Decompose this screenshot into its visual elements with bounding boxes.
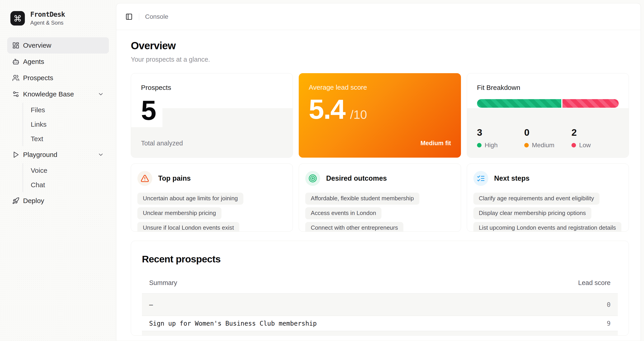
medium-dot-icon bbox=[524, 143, 529, 147]
sidebar-nav: Overview Agents Prospects Knowledge Base bbox=[7, 37, 109, 209]
fit-stat-high: 3 High bbox=[477, 127, 524, 149]
page-content: Overview Your prospects at a glance. Pro… bbox=[116, 30, 640, 336]
chevron-down-icon bbox=[98, 91, 104, 97]
rocket-icon bbox=[12, 197, 20, 204]
sidebar-item-label: Playground bbox=[23, 151, 58, 159]
fit-medium-label: Medium bbox=[532, 142, 554, 149]
dashboard-icon bbox=[12, 42, 20, 49]
pain-chip: Unsure if local London events exist bbox=[138, 222, 239, 232]
prospects-footer-label: Total analyzed bbox=[141, 140, 183, 147]
knowledge-base-sublist: Files Links Text bbox=[22, 103, 109, 146]
sidebar-item-prospects[interactable]: Prospects bbox=[7, 70, 109, 86]
topbar: Console bbox=[116, 3, 640, 30]
lead-score-title: Average lead score bbox=[309, 83, 451, 91]
sidebar-toggle-button[interactable] bbox=[124, 12, 134, 22]
panel-left-icon bbox=[126, 13, 133, 20]
top-pains-icon-circle bbox=[138, 171, 152, 186]
desired-outcomes-chips: Affordable, flexible student membership … bbox=[305, 193, 454, 232]
chevron-down-icon bbox=[98, 152, 104, 158]
sidebar-item-playground[interactable]: Playground bbox=[7, 147, 109, 163]
desired-outcomes-icon-circle bbox=[305, 171, 320, 186]
sidebar-item-deploy[interactable]: Deploy bbox=[7, 193, 109, 209]
row-lead-score: 9 bbox=[607, 320, 610, 327]
fit-stat-medium: 0 Medium bbox=[524, 127, 572, 149]
sidebar-item-voice[interactable]: Voice bbox=[31, 163, 109, 178]
sidebar-item-label: Overview bbox=[23, 41, 51, 49]
list-checks-icon bbox=[476, 174, 485, 183]
fit-breakdown-bar bbox=[477, 99, 619, 108]
step-chip: Clarify age requirements and event eligi… bbox=[474, 193, 600, 205]
top-pains-chips: Uncertain about age limits for joining U… bbox=[138, 193, 286, 232]
row-summary: – bbox=[149, 301, 153, 309]
step-chip: List upcoming London events and registra… bbox=[474, 222, 622, 232]
sidebar-item-overview[interactable]: Overview bbox=[7, 37, 109, 53]
sidebar-item-agents[interactable]: Agents bbox=[7, 53, 109, 70]
next-steps-chips: Clarify age requirements and event eligi… bbox=[474, 193, 622, 232]
sidebar-item-knowledge-base[interactable]: Knowledge Base bbox=[7, 86, 109, 102]
sliders-icon bbox=[12, 90, 20, 98]
column-header-lead-score: Lead score bbox=[578, 279, 611, 287]
bot-icon bbox=[12, 58, 20, 65]
alert-triangle-icon bbox=[140, 174, 149, 183]
row-summary: Sign up for Women's Business Club member… bbox=[149, 320, 317, 327]
brand-name: FrontDesk bbox=[30, 10, 65, 18]
fit-low-label: Low bbox=[579, 142, 591, 149]
play-icon bbox=[12, 151, 20, 158]
playground-sublist: Voice Chat bbox=[22, 163, 109, 192]
high-dot-icon bbox=[477, 143, 482, 147]
page-subtitle: Your prospects at a glance. bbox=[131, 56, 629, 63]
fit-high-count: 3 bbox=[477, 127, 524, 138]
fit-stat-low: 2 Low bbox=[572, 127, 619, 149]
sidebar-item-files[interactable]: Files bbox=[31, 103, 109, 117]
fit-high-label: High bbox=[485, 142, 498, 149]
brand-logo bbox=[10, 11, 25, 25]
next-steps-icon-circle bbox=[474, 171, 488, 186]
sidebar-item-label: Knowledge Base bbox=[23, 90, 74, 98]
table-row[interactable]: Sign up for Women's Business Club member… bbox=[142, 316, 618, 331]
sidebar-item-links[interactable]: Links bbox=[31, 117, 109, 132]
prospects-stat-title: Prospects bbox=[141, 84, 283, 91]
pain-chip: Uncertain about age limits for joining bbox=[138, 193, 243, 205]
sidebar-item-text[interactable]: Text bbox=[31, 132, 109, 146]
stats-row: Prospects 5 Total analyzed Average lead … bbox=[131, 73, 629, 158]
main-panel: Console Overview Your prospects at a gla… bbox=[116, 3, 641, 341]
sidebar: FrontDesk Agent & Sons Overview Agents P… bbox=[0, 0, 116, 341]
lead-score-value: 5.4 bbox=[309, 95, 345, 124]
row-lead-score: 0 bbox=[607, 301, 610, 309]
brand: FrontDesk Agent & Sons bbox=[10, 10, 109, 26]
table-row[interactable] bbox=[142, 331, 618, 336]
fit-bar-low-segment bbox=[562, 99, 619, 108]
fit-breakdown-card: Fit Breakdown 3 High 0 Medium 2 bbox=[467, 73, 629, 158]
lead-score-denominator: /10 bbox=[350, 107, 367, 121]
outcome-chip: Connect with other entrepreneurs bbox=[305, 222, 403, 232]
fit-breakdown-title: Fit Breakdown bbox=[477, 84, 619, 91]
sidebar-item-label: Agents bbox=[23, 58, 44, 65]
outcome-chip: Access events in London bbox=[305, 207, 382, 219]
prospects-count: 5 bbox=[131, 95, 162, 127]
fit-label-badge: Medium fit bbox=[420, 140, 451, 147]
fit-low-count: 2 bbox=[572, 127, 619, 138]
recent-prospects-title: Recent prospects bbox=[142, 254, 618, 265]
table-row[interactable]: – 0 bbox=[142, 293, 618, 316]
step-chip: Display clear membership pricing options bbox=[474, 207, 591, 219]
table-header: Summary Lead score bbox=[142, 279, 618, 293]
prospects-stat-card: Prospects 5 Total analyzed bbox=[131, 73, 293, 158]
breadcrumb[interactable]: Console bbox=[145, 13, 168, 20]
next-steps-title: Next steps bbox=[494, 174, 530, 182]
outcome-chip: Affordable, flexible student membership bbox=[305, 193, 419, 205]
pain-chip: Unclear membership pricing bbox=[138, 207, 222, 219]
sidebar-item-chat[interactable]: Chat bbox=[31, 178, 109, 192]
topbar-divider bbox=[139, 13, 139, 20]
fit-bar-high-segment bbox=[477, 99, 561, 108]
top-pains-title: Top pains bbox=[158, 174, 191, 182]
page-title: Overview bbox=[131, 39, 629, 52]
desired-outcomes-title: Desired outcomes bbox=[326, 174, 387, 182]
insights-row: Top pains Uncertain about age limits for… bbox=[131, 163, 629, 232]
top-pains-card: Top pains Uncertain about age limits for… bbox=[131, 163, 293, 232]
command-icon bbox=[14, 14, 22, 22]
users-icon bbox=[12, 74, 20, 81]
sidebar-item-label: Prospects bbox=[23, 74, 53, 82]
lead-score-card: Average lead score 5.4 /10 Medium fit bbox=[299, 73, 461, 158]
target-icon bbox=[308, 174, 317, 183]
low-dot-icon bbox=[572, 143, 576, 147]
